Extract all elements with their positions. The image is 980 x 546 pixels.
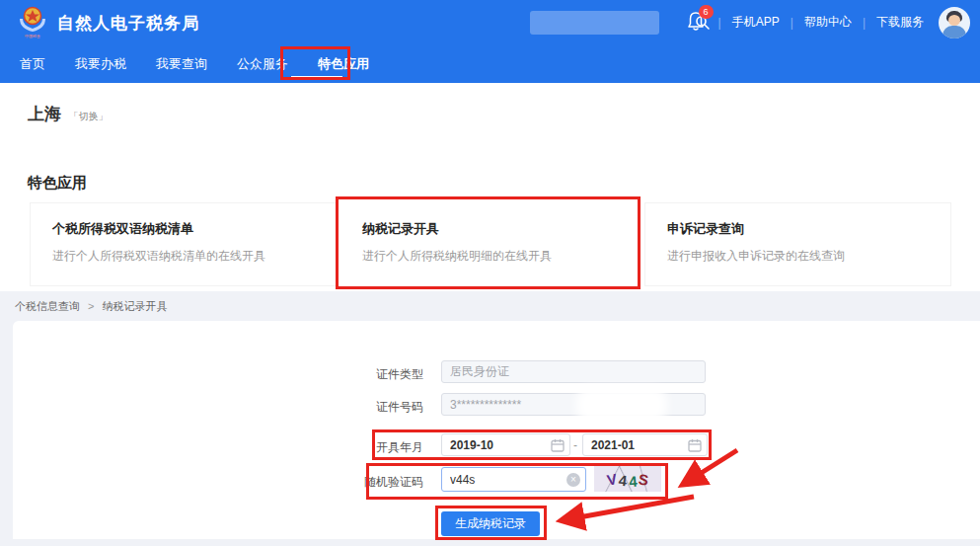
- link-download-service[interactable]: 下载服务: [876, 14, 924, 31]
- breadcrumb: 个税信息查询 > 纳税记录开具: [15, 291, 167, 321]
- breadcrumb-tax-info-query[interactable]: 个税信息查询: [15, 299, 80, 314]
- header-search: [530, 11, 659, 35]
- card-desc: 进行个人所得税纳税明细的在线开具: [362, 248, 619, 265]
- generate-tax-record-button[interactable]: 生成纳税记录: [441, 511, 540, 536]
- tax-bureau-logo: 中国税务: [16, 5, 49, 40]
- card-title: 个税所得税双语纳税清单: [52, 220, 315, 238]
- id-number-label: 证件号码: [303, 399, 423, 416]
- captcha-image[interactable]: V 4 4 S: [594, 466, 661, 492]
- app-header: 中国税务 自然人电子税务局 6 | 手机APP | 帮助中心 | 下载服务: [0, 0, 980, 44]
- avatar-body: [942, 26, 966, 39]
- main-nav: 首页 我要办税 我要查询 公众服务 特色应用: [0, 44, 980, 83]
- link-help-center[interactable]: 帮助中心: [804, 14, 852, 31]
- clear-input-icon[interactable]: ×: [566, 473, 580, 487]
- current-city: 上海: [28, 105, 61, 123]
- captcha-char: 4: [628, 472, 638, 490]
- location-bar: 上海 「切换」: [28, 103, 108, 125]
- header-right: 6 | 手机APP | 帮助中心 | 下载服务: [686, 0, 970, 44]
- nav-item-public-service[interactable]: 公众服务: [237, 55, 288, 73]
- calendar-icon[interactable]: [551, 438, 565, 452]
- link-mobile-app[interactable]: 手机APP: [732, 14, 780, 31]
- header-separator: |: [718, 16, 721, 30]
- card-tax-record-issue[interactable]: 纳税记录开具 进行个人所得税纳税明细的在线开具: [339, 202, 641, 286]
- card-desc: 进行个人所得税双语纳税清单的在线开具: [52, 248, 315, 265]
- avatar-face: [948, 15, 960, 26]
- svg-text:中国税务: 中国税务: [25, 34, 40, 39]
- header-separator: |: [791, 16, 793, 30]
- captcha-char: S: [638, 470, 650, 488]
- section-heading: 特色应用: [28, 174, 87, 193]
- nav-item-featured-apps[interactable]: 特色应用: [318, 55, 369, 73]
- nav-item-home[interactable]: 首页: [20, 55, 45, 73]
- header-separator: |: [863, 16, 866, 30]
- card-appeal-record-query[interactable]: 申诉记录查询 进行申报收入申诉记录的在线查询: [644, 202, 951, 286]
- id-number-field: [441, 393, 706, 416]
- card-desc: 进行申报收入申诉记录的在线查询: [667, 248, 929, 265]
- captcha-char: V: [605, 470, 618, 488]
- captcha-label: 随机验证码: [303, 474, 423, 491]
- form-panel: [13, 321, 980, 539]
- nav-item-query[interactable]: 我要查询: [156, 55, 207, 73]
- card-bilingual-tax-list[interactable]: 个税所得税双语纳税清单 进行个人所得税双语纳税清单的在线开具: [30, 202, 338, 286]
- calendar-icon[interactable]: [688, 438, 702, 452]
- nav-item-handle-tax[interactable]: 我要办税: [75, 55, 126, 73]
- search-input[interactable]: [530, 11, 695, 35]
- period-label: 开具年月: [303, 439, 423, 456]
- id-type-field: [441, 360, 706, 383]
- captcha-input[interactable]: [441, 467, 586, 492]
- switch-city-link[interactable]: 「切换」: [68, 111, 108, 121]
- id-type-label: 证件类型: [303, 366, 423, 383]
- app-title: 自然人电子税务局: [57, 12, 199, 35]
- user-avatar[interactable]: [939, 7, 970, 39]
- breadcrumb-tax-record-issue: 纳税记录开具: [102, 299, 167, 314]
- period-range-separator: -: [573, 438, 577, 452]
- card-title: 纳税记录开具: [362, 220, 619, 238]
- notifications[interactable]: 6: [686, 11, 708, 35]
- captcha-char: 4: [618, 471, 628, 489]
- notification-badge: 6: [699, 5, 714, 19]
- card-title: 申诉记录查询: [667, 220, 929, 238]
- active-tab-indicator: [291, 76, 342, 79]
- breadcrumb-separator: >: [88, 300, 94, 312]
- page: 中国税务 自然人电子税务局 6 | 手机APP | 帮助中心 | 下载服务: [0, 0, 980, 546]
